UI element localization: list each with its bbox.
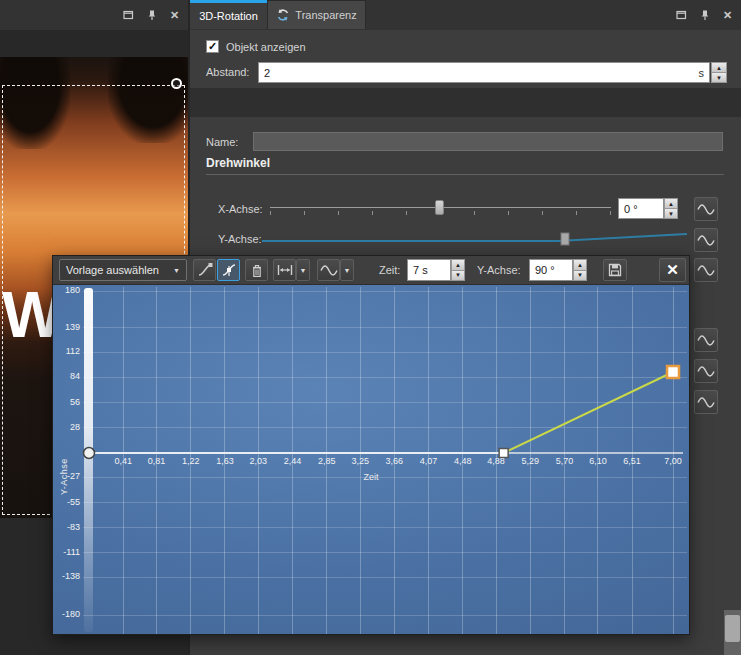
check-icon: ✓ [208, 41, 217, 52]
spin-up-icon: ▲ [577, 262, 583, 268]
y-achse-label: Y-Achse: [218, 233, 262, 245]
scrollbar-thumb[interactable] [725, 615, 740, 642]
x-achse-value: 0 ° [624, 203, 638, 215]
x-tick-label: 5,29 [513, 456, 547, 466]
zeit-value: 7 s [413, 264, 428, 276]
x-tick-label: 4,07 [412, 456, 446, 466]
tab-strip [190, 88, 741, 117]
curve-button-6[interactable] [694, 390, 718, 414]
tab-3d-rotation[interactable]: 3D-Rotation [190, 0, 267, 29]
x-tick-label: 3,66 [377, 456, 411, 466]
spin-down-button[interactable]: ▼ [573, 271, 587, 282]
x-tick-label: 0,41 [106, 456, 140, 466]
delete-keyframe-button[interactable] [245, 259, 268, 281]
close-icon[interactable]: ✕ [721, 9, 734, 22]
curve-button-4[interactable] [694, 328, 718, 352]
left-panel-titlebar: ✕ [0, 0, 188, 30]
popup-y-achse-spin-field[interactable]: 90 ° [529, 259, 573, 281]
popup-close-button[interactable]: ✕ [659, 258, 686, 282]
chevron-down-icon: ▼ [344, 267, 351, 274]
left-pin-icon[interactable] [145, 9, 158, 22]
close-icon: ✕ [666, 261, 679, 279]
spin-up-button[interactable]: ▲ [451, 259, 465, 271]
zeit-label: Zeit: [379, 264, 400, 276]
spin-up-icon: ▲ [716, 65, 722, 71]
spin-down-button[interactable]: ▼ [711, 73, 727, 83]
y-tick-label: -83 [53, 522, 80, 532]
name-input[interactable] [253, 132, 723, 151]
spin-down-icon: ▼ [716, 75, 722, 81]
pin-icon[interactable] [698, 9, 711, 22]
y-achse-mini-curve[interactable] [262, 229, 689, 249]
y-achse-curve-button[interactable] [694, 228, 718, 252]
x-tick-label: 5,70 [548, 456, 582, 466]
curve-point-handle[interactable] [84, 448, 95, 459]
abstand-label: Abstand: [206, 66, 249, 78]
spin-down-icon: ▼ [577, 272, 583, 278]
y-tick-label: 112 [53, 346, 80, 356]
x-tick-label: 1,22 [174, 456, 208, 466]
y-tick-label: 180 [53, 285, 80, 295]
spin-down-icon: ▼ [455, 272, 461, 278]
x-tick-label: 2,85 [310, 456, 344, 466]
x-achse-slider-thumb[interactable] [435, 200, 444, 215]
x-tick-label: 1,63 [208, 456, 242, 466]
x-tick-label: 6,10 [581, 456, 615, 466]
wave-dropdown-button[interactable]: ▼ [340, 259, 354, 281]
x-tick-label: 4,88 [479, 456, 513, 466]
stretch-time-button[interactable] [273, 259, 296, 281]
x-achse-curve-button[interactable] [694, 197, 718, 221]
drehwinkel-header: Drehwinkel [206, 156, 724, 175]
abstand-field[interactable]: 2 s [258, 62, 710, 83]
app-window: ✕ W Eigenschaften ✕ ✓ Objekt anzeigen Ab… [0, 0, 741, 655]
left-float-window-icon[interactable] [122, 9, 135, 22]
y-tick-label: -138 [53, 571, 80, 581]
tab-label: Transparenz [295, 9, 356, 21]
popup-y-achse-spinner[interactable]: ▲ ▼ [573, 259, 587, 281]
spin-up-button[interactable]: ▲ [711, 62, 727, 73]
x-achse-spinner[interactable]: ▲ ▼ [664, 198, 678, 219]
rotate-handle[interactable] [171, 78, 182, 89]
save-template-button[interactable] [603, 259, 627, 281]
x-axis-title: Zeit [341, 472, 401, 482]
y-achse-slider-thumb[interactable] [561, 233, 569, 245]
show-object-checkbox[interactable]: ✓ [206, 40, 219, 53]
spin-up-button[interactable]: ▲ [573, 259, 587, 271]
popup-y-achse-label: Y-Achse: [477, 264, 521, 276]
x-tick-label: 3,25 [343, 456, 377, 466]
abstand-spinner[interactable]: ▲ ▼ [711, 62, 727, 83]
x-tick-label: 6,51 [615, 456, 649, 466]
tab-label: 3D-Rotation [199, 10, 258, 22]
curve-point-handle[interactable] [667, 366, 679, 378]
wave-preset-button[interactable] [317, 259, 340, 281]
zeit-spinner[interactable]: ▲ ▼ [451, 259, 465, 281]
keyframe-tool-button[interactable] [217, 259, 240, 281]
spin-down-button[interactable]: ▼ [664, 209, 678, 219]
float-window-icon[interactable] [675, 9, 688, 22]
template-select[interactable]: Vorlage auswählen ▼ [59, 259, 187, 281]
abstand-value: 2 [264, 67, 270, 79]
y-tick-label: 28 [53, 422, 80, 432]
x-achse-spin-field[interactable]: 0 ° [618, 198, 664, 219]
curve-button-5[interactable] [694, 359, 718, 383]
y-tick-label: 56 [53, 397, 80, 407]
tab-transparenz[interactable]: Transparenz [267, 0, 366, 29]
show-object-label: Objekt anzeigen [226, 41, 306, 53]
y-tick-label: -111 [53, 547, 80, 557]
left-close-icon[interactable]: ✕ [168, 9, 181, 22]
spin-down-button[interactable]: ▼ [451, 271, 465, 282]
curve-editor-toolbar: Vorlage auswählen ▼ ▼ ▼ Zeit: 7 s [53, 256, 689, 285]
popup-y-achse-value: 90 ° [535, 264, 555, 276]
x-tick-label: 2,44 [276, 456, 310, 466]
curve-edit-tool-button[interactable] [193, 259, 216, 281]
x-achse-label: X-Achse: [218, 203, 263, 215]
transparency-icon [276, 8, 290, 22]
zeit-spin-field[interactable]: 7 s [407, 259, 451, 281]
x-tick-label: 2,03 [241, 456, 275, 466]
z-achse-curve-button[interactable] [694, 258, 718, 282]
curve-chart[interactable]: Y-Achse Zeit 0,410,811,221,632,032,442,8… [53, 285, 689, 634]
chevron-down-icon: ▼ [300, 267, 307, 274]
stretch-dropdown-button[interactable]: ▼ [296, 259, 310, 281]
y-tick-label: -27 [53, 471, 80, 481]
spin-up-button[interactable]: ▲ [664, 198, 678, 209]
